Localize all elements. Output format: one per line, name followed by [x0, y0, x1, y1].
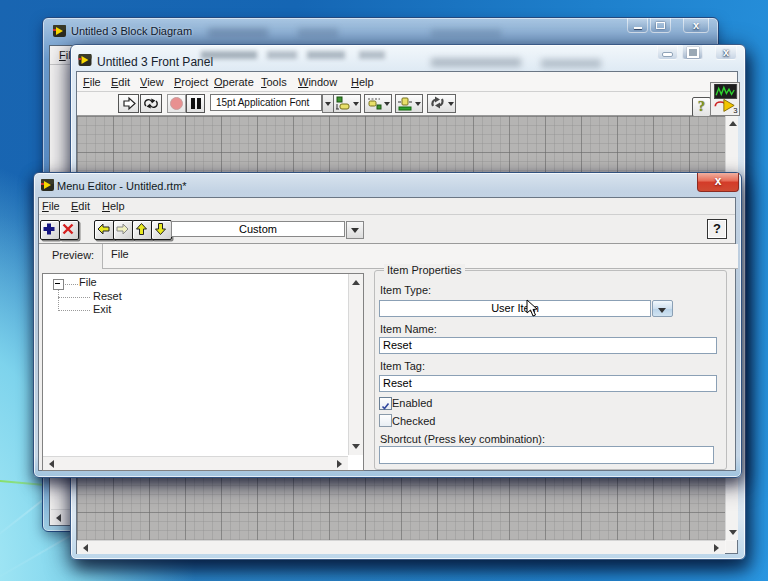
svg-text:3: 3	[733, 106, 737, 114]
